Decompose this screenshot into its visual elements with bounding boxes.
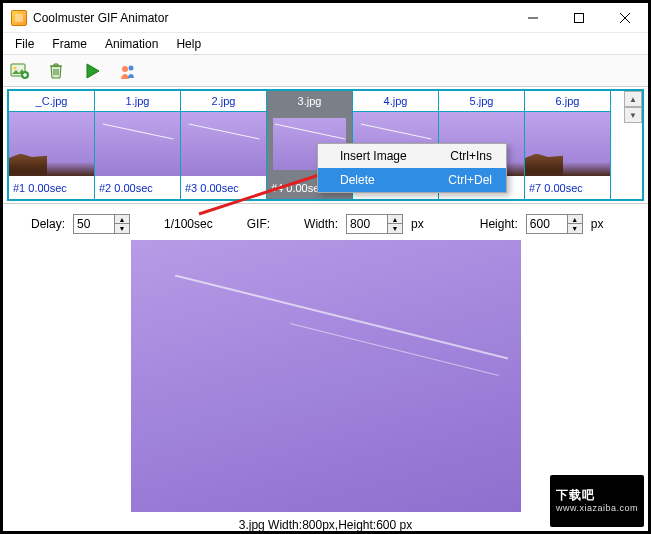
height-input[interactable] — [526, 214, 568, 234]
svg-point-5 — [14, 66, 17, 69]
context-menu: Insert Image Ctrl+Ins Delete Ctrl+Del — [317, 143, 507, 193]
add-image-icon[interactable] — [9, 60, 31, 82]
frame-filename: 2.jpg — [181, 91, 266, 112]
svg-point-7 — [122, 66, 128, 72]
delay-label: Delay: — [31, 217, 65, 231]
menu-help[interactable]: Help — [168, 35, 209, 53]
delay-input[interactable] — [73, 214, 115, 234]
gif-label: GIF: — [247, 217, 270, 231]
spin-up-icon[interactable]: ▲ — [388, 215, 402, 224]
svg-point-8 — [129, 65, 134, 70]
play-icon[interactable] — [81, 60, 103, 82]
width-unit: px — [411, 217, 424, 231]
scroll-up-icon[interactable]: ▲ — [624, 91, 642, 107]
controls-row: Delay: ▲▼ 1/100sec GIF: Width: ▲▼ px Hei… — [3, 203, 648, 240]
window-controls — [510, 3, 648, 33]
about-icon[interactable] — [117, 60, 139, 82]
menu-file[interactable]: File — [7, 35, 42, 53]
frame-thumbnail — [9, 112, 94, 176]
frame-thumbnail — [525, 112, 610, 176]
frame-filename: 5.jpg — [439, 91, 524, 112]
delete-icon[interactable] — [45, 60, 67, 82]
svg-rect-1 — [575, 13, 584, 22]
menu-animation[interactable]: Animation — [97, 35, 166, 53]
frame-item[interactable]: 6.jpg#7 0.00sec — [525, 91, 611, 199]
watermark-url: www.xiazaiba.com — [556, 504, 638, 513]
context-insert-image[interactable]: Insert Image Ctrl+Ins — [318, 144, 506, 168]
watermark: 下载吧 www.xiazaiba.com — [550, 475, 644, 527]
strip-scrollbar[interactable]: ▲ ▼ — [624, 91, 642, 123]
spin-down-icon[interactable]: ▼ — [388, 224, 402, 233]
menubar: File Frame Animation Help — [3, 33, 648, 55]
width-input[interactable] — [346, 214, 388, 234]
frame-meta: #1 0.00sec — [9, 176, 94, 199]
menu-frame[interactable]: Frame — [44, 35, 95, 53]
frame-meta: #3 0.00sec — [181, 176, 266, 199]
minimize-button[interactable] — [510, 3, 556, 33]
context-delete-label: Delete — [340, 173, 375, 187]
spin-down-icon[interactable]: ▼ — [115, 224, 129, 233]
frame-thumbnail — [95, 112, 180, 176]
frame-filename: 3.jpg — [267, 91, 352, 112]
spin-up-icon[interactable]: ▲ — [115, 215, 129, 224]
spin-up-icon[interactable]: ▲ — [568, 215, 582, 224]
context-insert-shortcut: Ctrl+Ins — [450, 149, 492, 163]
frame-filename: 1.jpg — [95, 91, 180, 112]
height-stepper[interactable]: ▲▼ — [526, 214, 583, 234]
delay-unit: 1/100sec — [164, 217, 213, 231]
context-delete-shortcut: Ctrl+Del — [448, 173, 492, 187]
preview-area — [3, 240, 648, 512]
frame-thumbnail — [181, 112, 266, 176]
scroll-down-icon[interactable]: ▼ — [624, 107, 642, 123]
close-button[interactable] — [602, 3, 648, 33]
frame-item[interactable]: _C.jpg#1 0.00sec — [9, 91, 95, 199]
app-icon — [11, 10, 27, 26]
frame-filename: 6.jpg — [525, 91, 610, 112]
toolbar — [3, 55, 648, 87]
frame-meta: #2 0.00sec — [95, 176, 180, 199]
height-label: Height: — [480, 217, 518, 231]
height-unit: px — [591, 217, 604, 231]
window-title: Coolmuster GIF Animator — [33, 11, 168, 25]
delay-stepper[interactable]: ▲▼ — [73, 214, 130, 234]
preview-image — [131, 240, 521, 512]
frame-filename: 4.jpg — [353, 91, 438, 112]
spin-down-icon[interactable]: ▼ — [568, 224, 582, 233]
maximize-button[interactable] — [556, 3, 602, 33]
frame-item[interactable]: 1.jpg#2 0.00sec — [95, 91, 181, 199]
frame-meta: #7 0.00sec — [525, 176, 610, 199]
context-delete[interactable]: Delete Ctrl+Del — [318, 168, 506, 192]
width-stepper[interactable]: ▲▼ — [346, 214, 403, 234]
titlebar: Coolmuster GIF Animator — [3, 3, 648, 33]
watermark-text: 下载吧 — [556, 488, 595, 502]
frame-filename: _C.jpg — [9, 91, 94, 112]
context-insert-label: Insert Image — [340, 149, 407, 163]
width-label: Width: — [304, 217, 338, 231]
frame-item[interactable]: 2.jpg#3 0.00sec — [181, 91, 267, 199]
